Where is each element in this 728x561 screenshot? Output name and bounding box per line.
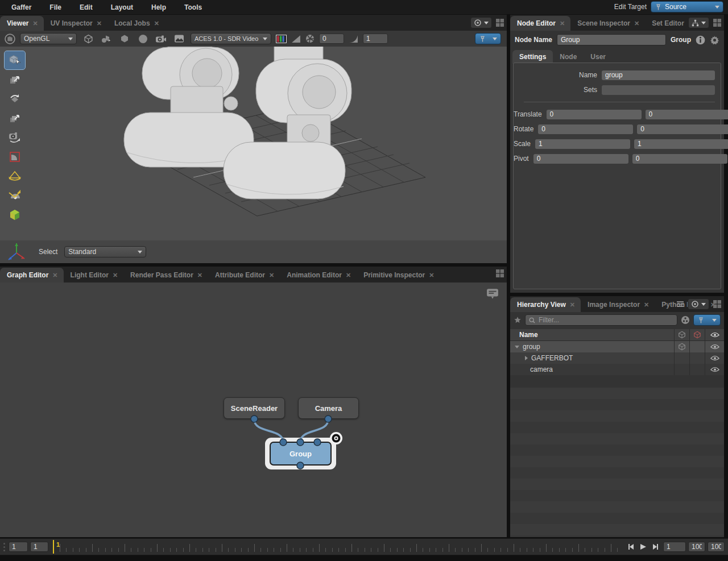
close-icon[interactable]: ✕ <box>346 272 351 279</box>
shader-cube-tool-button[interactable] <box>5 206 25 224</box>
tab-primitive-inspector[interactable]: Primitive Inspector ✕ <box>357 268 440 282</box>
close-icon[interactable]: ✕ <box>52 272 57 279</box>
node-group[interactable]: Group <box>270 442 332 466</box>
pivot-x-field[interactable] <box>533 154 628 164</box>
hierarchy-target-dropdown[interactable] <box>688 298 709 310</box>
menu-file[interactable]: File <box>42 1 69 14</box>
pivot-y-field[interactable] <box>632 154 727 164</box>
menu-hamburger-icon[interactable] <box>676 301 684 307</box>
close-icon[interactable]: ✕ <box>32 20 38 27</box>
sets-field[interactable] <box>602 85 715 95</box>
camera-icon[interactable] <box>154 32 168 45</box>
tab-uv-inspector[interactable]: UV Inspector ✕ <box>44 16 107 31</box>
edit-target-dropdown[interactable]: Source <box>651 1 723 13</box>
tab-viewer[interactable]: Viewer ✕ <box>0 16 44 31</box>
menu-tools[interactable]: Tools <box>176 1 210 14</box>
eye-column-icon[interactable] <box>705 329 724 340</box>
rotate-y-field[interactable] <box>637 124 728 134</box>
solid-cube-icon[interactable] <box>118 32 131 45</box>
exposure-triangle-icon[interactable] <box>291 35 301 43</box>
close-icon[interactable]: ✕ <box>429 272 434 279</box>
subtab-user[interactable]: User <box>584 50 613 64</box>
range-start-field[interactable] <box>9 542 28 552</box>
shaded-select-icon[interactable] <box>100 32 113 45</box>
tab-animation-editor[interactable]: Animation Editor ✕ <box>280 268 357 282</box>
fps-field[interactable] <box>708 542 725 552</box>
close-icon[interactable]: ✕ <box>644 301 649 309</box>
red-cube-column-icon[interactable] <box>689 329 705 340</box>
collapse-arrow-icon[interactable] <box>525 356 528 360</box>
node-graph-canvas[interactable]: SceneReader Camera Group <box>0 282 507 537</box>
info-icon[interactable] <box>696 35 705 45</box>
hierarchy-row-gafferbot[interactable]: GAFFERBOT <box>510 352 724 364</box>
menu-layout[interactable]: Layout <box>103 1 141 14</box>
rotate-x-field[interactable] <box>538 124 633 134</box>
drag-handle-icon[interactable] <box>3 543 5 551</box>
play-button[interactable] <box>640 543 647 550</box>
tab-image-inspector[interactable]: Image Inspector ✕ <box>581 297 655 312</box>
subtab-settings[interactable]: Settings <box>512 50 553 64</box>
exposure-field[interactable] <box>319 34 344 44</box>
image-icon[interactable] <box>172 32 186 45</box>
set-membership-cube-icon[interactable] <box>674 341 689 352</box>
tab-render-pass-editor[interactable]: Render Pass Editor ✕ <box>123 268 208 282</box>
translate-x-field[interactable] <box>547 110 642 119</box>
translate-y-field[interactable] <box>646 110 728 119</box>
close-icon[interactable]: ✕ <box>113 272 118 279</box>
node-name-input[interactable] <box>557 34 666 45</box>
tab-local-jobs[interactable]: Local Jobs ✕ <box>107 16 165 31</box>
select-mode-dropdown[interactable]: Standard <box>64 246 146 257</box>
menu-edit[interactable]: Edit <box>72 1 101 14</box>
gamma-triangle-icon[interactable] <box>349 35 358 43</box>
tab-scene-inspector[interactable]: Scene Inspector ✕ <box>570 16 645 31</box>
name-column-header[interactable]: Name <box>510 331 674 339</box>
close-icon[interactable]: ✕ <box>560 20 565 27</box>
visibility-eye-icon[interactable] <box>705 341 724 352</box>
layout-grid-icon[interactable] <box>713 18 722 27</box>
subtab-node[interactable]: Node <box>553 50 584 64</box>
sphere-icon[interactable] <box>136 32 150 45</box>
timeline-ruler[interactable]: 1 <box>53 540 621 554</box>
visibility-eye-icon[interactable] <box>705 364 724 375</box>
tab-node-editor[interactable]: Node Editor ✕ <box>510 16 570 31</box>
close-icon[interactable]: ✕ <box>97 20 102 27</box>
tab-graph-editor[interactable]: Graph Editor ✕ <box>0 268 64 282</box>
translate-tool-button[interactable] <box>5 70 25 89</box>
frame-step-field[interactable] <box>30 542 48 552</box>
playhead[interactable] <box>53 540 54 554</box>
hand-icon[interactable] <box>5 34 15 44</box>
expand-arrow-icon[interactable] <box>515 346 519 348</box>
viewer-pin-dropdown[interactable] <box>475 33 501 44</box>
menu-help[interactable]: Help <box>143 1 174 14</box>
name-field[interactable] <box>602 70 715 80</box>
hierarchy-row-camera[interactable]: camera <box>510 364 724 375</box>
rotate-tool-button[interactable] <box>5 90 25 108</box>
close-icon[interactable]: ✕ <box>269 272 274 279</box>
current-frame-field[interactable] <box>663 542 686 552</box>
select-tool-button[interactable] <box>5 51 25 69</box>
close-icon[interactable]: ✕ <box>154 20 159 27</box>
node-editor-mode-dropdown[interactable] <box>688 17 709 28</box>
colorspace-dropdown[interactable]: ACES 1.0 - SDR Video <box>191 33 271 44</box>
wireframe-cube-icon[interactable] <box>81 32 95 45</box>
visibility-eye-icon[interactable] <box>705 352 724 364</box>
star-icon[interactable] <box>514 316 522 324</box>
light-position-tool-button[interactable] <box>5 186 25 205</box>
tab-attribute-editor[interactable]: Attribute Editor ✕ <box>208 268 280 282</box>
rgb-channels-icon[interactable] <box>276 35 287 43</box>
renderer-dropdown[interactable]: OpenGL <box>20 33 77 44</box>
hierarchy-pin-dropdown[interactable] <box>693 314 721 326</box>
skip-to-start-button[interactable] <box>627 543 634 550</box>
crop-window-tool-button[interactable] <box>5 148 25 166</box>
node-camera[interactable]: Camera <box>298 397 359 419</box>
gamma-field[interactable] <box>363 34 388 44</box>
camera-orbit-tool-button[interactable] <box>5 128 25 147</box>
menu-gaffer[interactable]: Gaffer <box>3 1 39 14</box>
layout-grid-icon[interactable] <box>713 300 722 309</box>
viewport-3d[interactable] <box>0 47 507 240</box>
scale-x-field[interactable] <box>535 139 630 149</box>
range-end-field[interactable] <box>688 542 705 552</box>
tab-hierarchy-view[interactable]: Hierarchy View ✕ <box>510 297 581 312</box>
close-icon[interactable]: ✕ <box>570 301 575 309</box>
annotation-bubble-icon[interactable] <box>486 288 499 300</box>
